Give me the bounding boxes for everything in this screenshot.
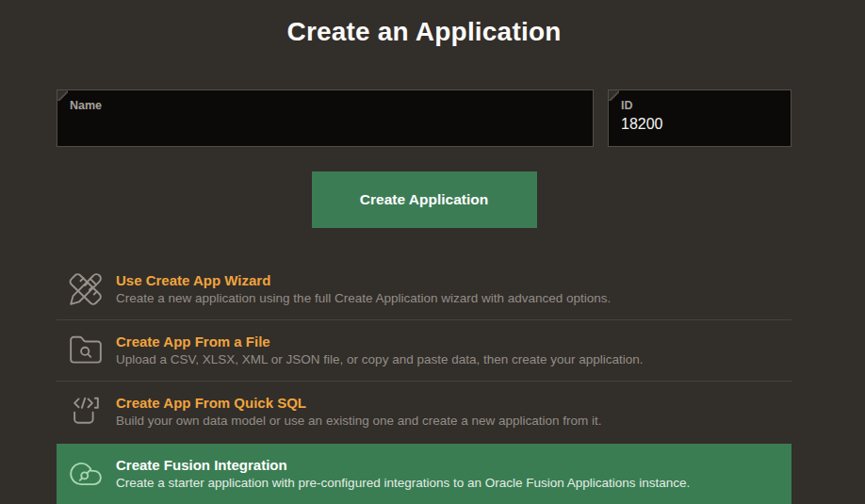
pencil-ruler-icon [68,271,104,307]
option-title: Create Fusion Integration [116,457,690,473]
option-title: Use Create App Wizard [116,272,611,288]
cloud-plug-icon [68,456,104,492]
field-corner-notch [609,90,619,101]
option-use-create-app-wizard[interactable]: Use Create App Wizard Create a new appli… [57,259,792,319]
option-description: Build your own data model or use an exis… [116,414,602,429]
option-create-app-from-file[interactable]: Create App From a File Upload a CSV, XLS… [57,319,792,381]
option-create-fusion-integration[interactable]: Create Fusion Integration Create a start… [57,444,792,504]
option-description: Upload a CSV, XLSX, XML or JSON file, or… [116,352,644,367]
create-application-button[interactable]: Create Application [312,171,537,228]
option-create-app-from-quick-sql[interactable]: Create App From Quick SQL Build your own… [57,381,792,442]
form-fields-row: Name ID [57,89,792,147]
id-input[interactable] [609,113,791,133]
id-field[interactable]: ID [608,89,792,147]
option-description: Create a new application using the full … [116,291,611,306]
create-application-dialog: Create an Application Name ID Create App… [57,15,792,504]
field-corner-notch [57,90,68,101]
name-field-label: Name [57,90,593,113]
option-text: Create App From a File Upload a CSV, XLS… [116,333,644,367]
option-text: Create App From Quick SQL Build your own… [116,395,602,429]
name-field[interactable]: Name [57,89,594,147]
id-field-label: ID [609,90,791,113]
option-title: Create App From Quick SQL [116,395,602,411]
name-input[interactable] [57,113,593,133]
option-text: Create Fusion Integration Create a start… [116,457,690,491]
code-brackets-icon [68,394,104,430]
folder-search-icon [68,333,104,368]
option-text: Use Create App Wizard Create a new appli… [116,272,611,306]
create-options-list: Use Create App Wizard Create a new appli… [57,259,792,504]
option-title: Create App From a File [116,333,644,350]
option-description: Create a starter application with pre-co… [116,476,690,491]
page-title: Create an Application [57,15,792,49]
